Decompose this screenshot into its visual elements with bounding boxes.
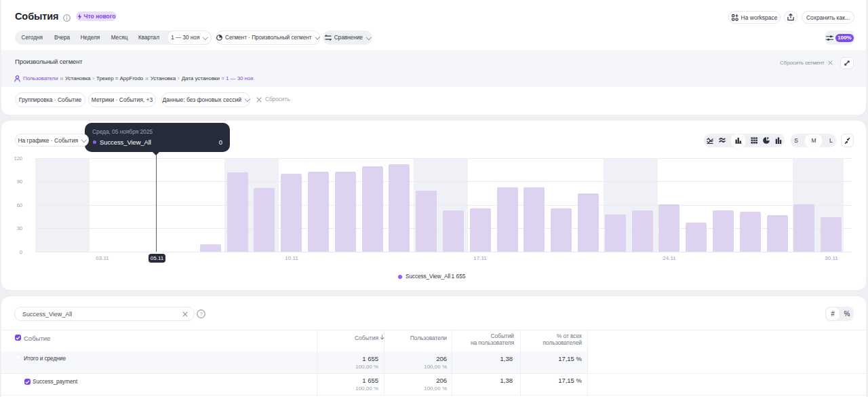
- svg-text:?: ?: [199, 311, 203, 317]
